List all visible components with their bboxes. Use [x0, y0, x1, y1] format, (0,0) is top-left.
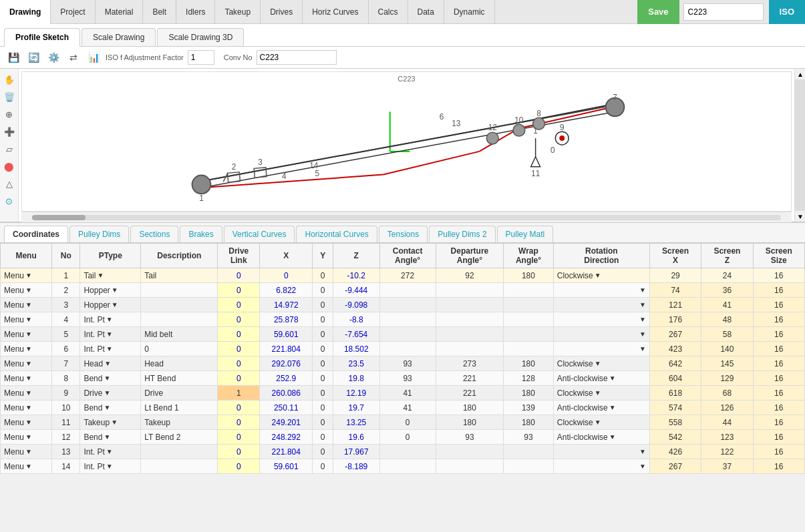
ptype-cell[interactable]: Hopper ▼: [80, 298, 141, 312]
bottom-tab-pulley_dims2[interactable]: Pulley Dims 2: [429, 226, 495, 242]
ptype-cell[interactable]: Tail ▼: [80, 268, 141, 283]
save-icon[interactable]: 💾: [5, 49, 21, 65]
delete-tool[interactable]: 🗑️: [1, 89, 17, 105]
wrap-angle-cell: [504, 298, 554, 312]
iso-button[interactable]: ISO: [769, 0, 805, 24]
menu-cell[interactable]: Menu ▼: [4, 330, 48, 339]
data-table-wrapper[interactable]: MenuNoPTypeDescriptionDriveLinkXYZContac…: [0, 243, 805, 487]
ptype-cell[interactable]: Bend ▼: [80, 401, 141, 415]
menu-cell[interactable]: Menu ▼: [4, 388, 48, 398]
rotation-direction-cell[interactable]: Clockwise ▼: [553, 268, 649, 283]
menu-cell[interactable]: Menu ▼: [4, 433, 48, 442]
bottom-tab-coordinates[interactable]: Coordinates: [4, 226, 68, 242]
bottom-tab-brakes[interactable]: Brakes: [180, 226, 222, 242]
screen-z-cell: 37: [701, 459, 753, 474]
menu-cell[interactable]: Menu ▼: [4, 462, 48, 471]
bottom-tab-sections[interactable]: Sections: [130, 226, 178, 242]
bottom-tab-horizontal_curves[interactable]: Horizontal Curves: [296, 226, 377, 242]
rotation-direction-cell[interactable]: Anti-clockwise ▼: [553, 401, 649, 415]
sub-tab-scale_drawing_3d[interactable]: Scale Drawing 3D: [157, 28, 244, 46]
nav-tab-belt[interactable]: Belt: [143, 0, 176, 24]
ptype-cell[interactable]: Int. Pt ▼: [80, 445, 141, 459]
right-scrollbar[interactable]: ▲ ▼: [794, 69, 805, 222]
ptype-cell[interactable]: Bend ▼: [80, 430, 141, 445]
chart-icon[interactable]: 📊: [86, 49, 102, 65]
menu-cell[interactable]: Menu ▼: [4, 447, 48, 457]
z-cell: -8.189: [333, 459, 380, 474]
menu-cell[interactable]: Menu ▼: [4, 403, 48, 413]
rotation-direction-cell[interactable]: ▼: [553, 312, 649, 327]
color-tool[interactable]: ⬤: [1, 158, 17, 174]
ptype-cell[interactable]: Int. Pt ▼: [80, 312, 141, 327]
rotation-direction-cell[interactable]: ▼: [553, 298, 649, 312]
menu-cell[interactable]: Menu ▼: [4, 315, 48, 324]
nav-tab-horiz_curves[interactable]: Horiz Curves: [303, 0, 368, 24]
bottom-tab-vertical_curves[interactable]: Vertical Curves: [224, 226, 295, 242]
menu-cell[interactable]: Menu ▼: [4, 286, 48, 295]
nav-tab-drives[interactable]: Drives: [261, 0, 303, 24]
iso-factor-label: ISO f Adjustment Factor: [106, 53, 184, 61]
nav-tab-project[interactable]: Project: [51, 0, 95, 24]
select-tool[interactable]: ▱: [1, 141, 17, 157]
triangle-tool[interactable]: △: [1, 176, 17, 192]
ptype-cell[interactable]: Bend ▼: [80, 371, 141, 386]
settings-icon[interactable]: ⚙️: [45, 49, 61, 65]
rotation-direction-cell[interactable]: Clockwise ▼: [553, 386, 649, 401]
bottom-tab-tensions[interactable]: Tensions: [379, 226, 428, 242]
sub-tab-scale_drawing[interactable]: Scale Drawing: [82, 28, 156, 46]
refresh-icon[interactable]: 🔄: [25, 49, 41, 65]
menu-cell[interactable]: Menu ▼: [4, 359, 48, 368]
nav-tab-calcs[interactable]: Calcs: [369, 0, 408, 24]
ptype-cell[interactable]: Drive ▼: [80, 386, 141, 401]
ptype-cell[interactable]: Int. Pt ▼: [80, 459, 141, 474]
ptype-cell[interactable]: Int. Pt ▼: [80, 327, 141, 342]
ptype-cell[interactable]: Hopper ▼: [80, 283, 141, 298]
sub-tab-profile_sketch[interactable]: Profile Sketch: [4, 28, 80, 47]
departure-angle-cell: 93: [436, 430, 504, 445]
rotation-direction-cell[interactable]: Clockwise ▼: [553, 356, 649, 371]
scroll-down-btn[interactable]: ▼: [795, 211, 805, 222]
ptype-cell[interactable]: Head ▼: [80, 356, 141, 371]
conv-no-toolbar-input[interactable]: [257, 50, 337, 65]
nav-tab-dynamic[interactable]: Dynamic: [444, 0, 495, 24]
nav-tab-data[interactable]: Data: [408, 0, 444, 24]
col-header-x: X: [260, 244, 313, 268]
scroll-up-btn[interactable]: ▲: [795, 69, 805, 79]
menu-cell[interactable]: Menu ▼: [4, 418, 48, 427]
menu-cell[interactable]: Menu ▼: [4, 271, 48, 280]
nav-tab-idlers[interactable]: Idlers: [176, 0, 215, 24]
rotation-direction-cell[interactable]: Anti-clockwise ▼: [553, 430, 649, 445]
bottom-tab-pulley_matl[interactable]: Pulley Matl: [497, 226, 554, 242]
x-cell: 260.086: [260, 386, 313, 401]
nav-tab-drawing[interactable]: Drawing: [0, 0, 51, 24]
hscroll-thumb[interactable]: [32, 215, 86, 220]
iso-factor-input[interactable]: [188, 50, 214, 65]
swap-icon[interactable]: ⇄: [65, 49, 82, 65]
horizontal-scrollbar[interactable]: [21, 212, 792, 222]
rotation-direction-cell[interactable]: ▼: [553, 445, 649, 459]
bottom-tab-pulley_dims[interactable]: Pulley Dims: [69, 226, 129, 242]
svg-text:4: 4: [282, 172, 287, 181]
rotation-direction-cell[interactable]: ▼: [553, 459, 649, 474]
circle-tool[interactable]: ⊙: [1, 193, 17, 209]
menu-cell[interactable]: Menu ▼: [4, 344, 48, 354]
menu-cell[interactable]: Menu ▼: [4, 300, 48, 310]
nav-tab-takeup[interactable]: Takeup: [215, 0, 261, 24]
rotation-direction-cell[interactable]: ▼: [553, 283, 649, 298]
top-nav: DrawingProjectMaterialBeltIdlersTakeupDr…: [0, 0, 805, 24]
pan-tool[interactable]: ✋: [1, 71, 17, 87]
ptype-cell[interactable]: Int. Pt ▼: [80, 342, 141, 356]
ptype-cell[interactable]: Takeup ▼: [80, 415, 141, 430]
save-button[interactable]: Save: [637, 0, 679, 24]
nav-tab-material[interactable]: Material: [96, 0, 144, 24]
table-row: Menu ▼10Bend ▼Lt Bend 10250.11019.741180…: [1, 401, 805, 415]
rotation-direction-cell[interactable]: Anti-clockwise ▼: [553, 371, 649, 386]
drive-link-cell: 0: [218, 371, 260, 386]
rotation-direction-cell[interactable]: ▼: [553, 342, 649, 356]
add-tool[interactable]: ➕: [1, 123, 17, 140]
menu-cell[interactable]: Menu ▼: [4, 374, 48, 383]
rotation-direction-cell[interactable]: ▼: [553, 327, 649, 342]
conv-no-input[interactable]: [683, 3, 764, 21]
rotation-direction-cell[interactable]: Clockwise ▼: [553, 415, 649, 430]
zoom-in-tool[interactable]: ⊕: [1, 106, 17, 122]
